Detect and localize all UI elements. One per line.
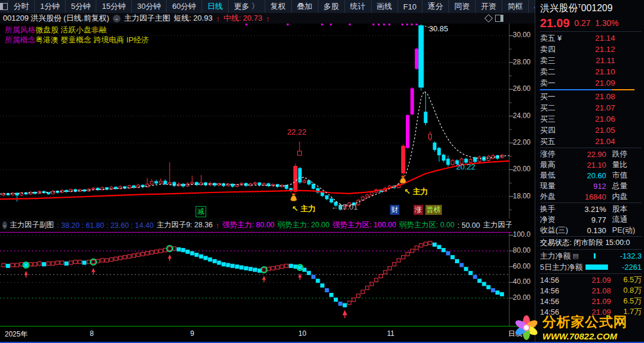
stock-app-window: 分时1分钟5分钟15分钟30分钟60分钟日线更多 〉 复权叠加多股统计画线F10… <box>0 0 644 343</box>
stats-block-2: 换手3.21%股本净资9.77流通收益(三)0.130PE(动) <box>540 204 642 236</box>
stat-row-3: 最低20.60市值 <box>540 170 642 181</box>
panel-toggle-icon[interactable] <box>495 15 503 22</box>
tool-button-5[interactable]: 画线 <box>372 0 398 13</box>
signal-markers-layer <box>23 246 347 318</box>
concept-tag-label: 所属概念 <box>5 35 35 44</box>
stat-label: 收益(三) <box>540 225 573 236</box>
stat-value: 3.21% <box>573 205 606 214</box>
reduce-badge[interactable]: 减 <box>196 206 206 217</box>
order-price: 21.10 <box>577 67 615 76</box>
weak-zone-value: 弱势主力区: 0.00 <box>399 220 454 230</box>
transaction-volume: 0.8万 <box>611 285 642 296</box>
tool-button-8[interactable]: 同资 <box>449 0 476 13</box>
tool-button-10[interactable]: 简框 <box>502 0 529 13</box>
tool-button-6[interactable]: F10 <box>398 0 422 13</box>
last-price: 21.09 <box>540 17 570 30</box>
transaction-time: 14:56 <box>540 286 566 295</box>
analyst-flower-logo <box>512 312 541 342</box>
tool-button-9[interactable]: 开资 <box>476 0 502 13</box>
order-price: 21.04 <box>577 137 615 146</box>
stat2-row-2: 净资9.77流通 <box>540 214 642 225</box>
up-arrow-marker <box>24 271 28 275</box>
sub-indicator-title[interactable]: 主力因子副图 <box>10 220 54 230</box>
stat2-row-3: 收益(三)0.130PE(动) <box>540 225 642 236</box>
flow5-label: 5日主力净额 <box>540 262 583 273</box>
chart-canvas <box>0 0 535 343</box>
sub-indicator-header: ⌄ 主力因子副图 : 38.20 : 61.80 : 23.60 : 14.40… <box>0 218 512 233</box>
sidebar-toggle-icon[interactable] <box>0 0 8 13</box>
stock-title[interactable]: 洪兴股份T001209 <box>540 2 642 15</box>
order-row-buy-5[interactable]: 买五21.04 <box>540 136 642 147</box>
stats-block: 涨停22.90跌停最高21.10量比最低20.60市值现量912总量外盘1684… <box>540 149 642 202</box>
y-axis-label: 40.00 <box>513 277 531 286</box>
tool-button-7[interactable]: 逐分 <box>422 0 449 13</box>
order-row-sell-3[interactable]: 卖三21.11 <box>540 55 642 66</box>
order-label: 卖五 ¥ <box>540 33 577 44</box>
short-line-value: 短线: 20.93 <box>174 13 213 24</box>
stat-row-4: 现量912总量 <box>540 181 642 191</box>
diamond-icon[interactable] <box>484 14 493 22</box>
bid-ask-ratio-bar <box>540 89 635 90</box>
up-arrow-icon: ↑ <box>216 221 219 230</box>
style-tag-value[interactable]: 微盘股 活跃小盘非融 <box>35 25 107 34</box>
period-button-6[interactable]: 60分钟 <box>167 0 201 13</box>
stat-label: 净资 <box>540 214 573 225</box>
tool-button-2[interactable]: 叠加 <box>292 0 318 13</box>
chevron-down-icon[interactable]: ⌄ <box>2 221 7 229</box>
up-arrow-icon: ↑ <box>266 14 270 23</box>
date-axis[interactable]: 2025年891011 <box>0 326 535 343</box>
ranking-badge[interactable]: 晋榜 <box>425 205 442 215</box>
watermark-url: WWW.70822.COM <box>542 331 627 341</box>
stat-row-1: 涨停22.90跌停 <box>540 149 642 159</box>
up-arrow-marker <box>168 254 171 259</box>
indicator-name[interactable]: 主力因子主图 <box>124 13 170 24</box>
main-flow-row[interactable]: 主力净额 ▤ -132.3 <box>540 250 642 262</box>
pressure-dots-layer <box>246 24 418 25</box>
order-price: 21.14 <box>577 34 615 43</box>
axis-layer <box>31 24 513 329</box>
quote-panel: 洪兴股份T001209 21.09 0.27 1.30% 卖五 ¥21.14卖四… <box>535 0 644 343</box>
period-button-2[interactable]: 1分钟 <box>35 0 66 13</box>
period-button-7[interactable]: 日线 <box>202 0 229 13</box>
order-row-buy-2[interactable]: 买二21.07 <box>540 102 642 113</box>
finance-badge[interactable]: 财 <box>390 205 399 215</box>
order-price: 21.11 <box>577 56 615 65</box>
up-arrow-marker <box>262 276 266 280</box>
trade-status: 交易状态: 闭市阶段 15:00:0 <box>540 237 642 249</box>
concept-tag-value[interactable]: 粤港澳 婴童概念 跨境电商 IP经济 <box>35 35 149 44</box>
order-row-sell-1[interactable]: 卖一21.09 <box>540 77 642 89</box>
stat2-row-1: 换手3.21%股本 <box>540 204 642 214</box>
stat-label: 最低 <box>540 170 573 181</box>
period-button-1[interactable]: 分时 <box>8 0 35 13</box>
stat-value: 9.77 <box>573 215 606 224</box>
main-force-label: ↖ 主力 <box>404 187 428 197</box>
y-axis-label: 80.00 <box>513 246 531 254</box>
list-icon[interactable]: ▤ <box>573 252 578 260</box>
bottom-up-arrow <box>343 310 347 315</box>
limit-up-badge[interactable]: 涨 <box>414 205 423 215</box>
order-row-sell-5[interactable]: 卖五 ¥21.14 <box>540 32 642 44</box>
up-arrow-marker <box>298 273 302 277</box>
order-row-sell-2[interactable]: 卖二21.10 <box>540 66 642 77</box>
x-axis-label: 2025年 <box>5 329 28 339</box>
period-button-4[interactable]: 15分钟 <box>96 0 131 13</box>
order-row-buy-1[interactable]: 买一21.08 <box>540 91 642 102</box>
period-button-5[interactable]: 30分钟 <box>132 0 167 13</box>
order-row-buy-3[interactable]: 买三21.06 <box>540 113 642 125</box>
tool-button-3[interactable]: 多股 <box>318 0 345 13</box>
period-button-8[interactable]: 更多 〉 <box>229 0 265 13</box>
main-force-label: ↖ 主力 <box>292 204 316 214</box>
x-axis-label: 8 <box>90 329 94 338</box>
high-price-annotation: 30.85 <box>429 24 448 33</box>
flow5-row[interactable]: 5日主力净额 -2261 <box>540 262 642 273</box>
transaction-price: 21.08 <box>566 286 611 295</box>
tool-button-1[interactable]: 复权 <box>265 0 292 13</box>
y-axis-label: 18.00 <box>513 192 531 200</box>
order-row-sell-4[interactable]: 卖四21.12 <box>540 44 642 55</box>
order-row-buy-4[interactable]: 买四21.05 <box>540 125 642 136</box>
y-axis-label: 20.00 <box>513 293 531 302</box>
period-button-3[interactable]: 5分钟 <box>66 0 96 13</box>
stat-label: 涨停 <box>540 149 573 159</box>
tool-button-4[interactable]: 统计 <box>345 0 372 13</box>
chevron-down-icon[interactable]: ⌄ <box>113 15 121 22</box>
